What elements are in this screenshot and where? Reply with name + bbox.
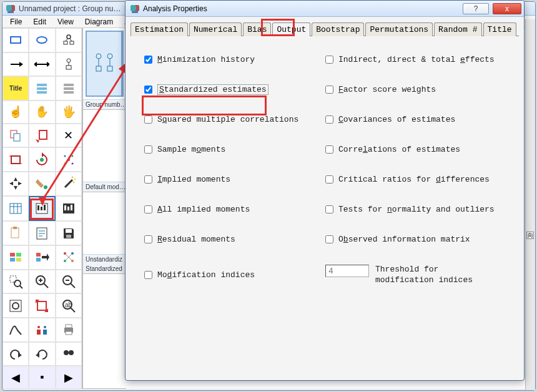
- toolbox-model-right[interactable]: ▶: [56, 366, 82, 389]
- panel-stack: Group numb… Default mod… Unstandardiz St…: [82, 28, 126, 389]
- tool-find-icon[interactable]: [56, 342, 82, 366]
- menu-file[interactable]: File: [5, 17, 27, 27]
- chk-correlations-estimates[interactable]: Correlations of estimates: [325, 145, 511, 154]
- dialog-titlebar[interactable]: Analysis Properties ? x: [126, 1, 524, 17]
- chk-factor-score-weights[interactable]: Factor score weights: [325, 85, 511, 94]
- tool-ellipse[interactable]: [29, 28, 55, 52]
- svg-point-92: [37, 326, 40, 328]
- chk-tests-normality[interactable]: Tests for normality and outliers: [325, 205, 511, 214]
- tab-numerical[interactable]: Numerical: [189, 22, 242, 36]
- tab-bias[interactable]: Bias: [243, 22, 271, 36]
- svg-rect-98: [66, 331, 72, 335]
- tool-copy-clipboard-icon[interactable]: [2, 221, 29, 245]
- chk-all-implied-moments[interactable]: All implied moments: [144, 205, 325, 214]
- tool-latent[interactable]: [56, 28, 82, 52]
- tool-analysis-properties[interactable]: [29, 196, 55, 222]
- tool-loupe-icon[interactable]: ab: [56, 293, 82, 318]
- chk-indirect-effects[interactable]: Indirect, direct & total effects: [325, 55, 511, 64]
- tab-title[interactable]: Title: [483, 22, 516, 36]
- tool-zoom-out-icon[interactable]: [56, 270, 82, 294]
- tool-move[interactable]: [29, 124, 55, 148]
- tool-deselect[interactable]: 🖐: [56, 100, 82, 124]
- svg-point-31: [64, 155, 66, 157]
- svg-rect-63: [16, 253, 21, 257]
- dialog-title: Analysis Properties: [143, 4, 207, 13]
- menu-diagram[interactable]: Diagram: [80, 17, 118, 27]
- scroll-marker-icon[interactable]: 向: [526, 232, 534, 239]
- svg-point-2: [67, 35, 71, 39]
- tool-select-one[interactable]: ☝: [2, 100, 29, 124]
- tool-shape-resize[interactable]: [2, 147, 29, 172]
- chk-critical-ratios[interactable]: Critical ratios for differences: [325, 175, 511, 184]
- tool-spray-icon[interactable]: [56, 147, 82, 172]
- chk-observed-information-matrix[interactable]: Observed information matrix: [325, 235, 511, 244]
- tool-title[interactable]: Title: [2, 76, 29, 100]
- svg-rect-41: [10, 203, 21, 213]
- tool-scroll[interactable]: [2, 172, 29, 196]
- menu-view[interactable]: View: [52, 17, 79, 27]
- tool-drag-props-icon[interactable]: [29, 245, 55, 270]
- dialog-help-button[interactable]: ?: [463, 3, 489, 14]
- tool-dataset-list-icon[interactable]: [56, 76, 82, 100]
- tool-bayesian-icon[interactable]: [2, 318, 29, 342]
- svg-rect-86: [37, 301, 46, 310]
- tool-spec-search-icon[interactable]: [56, 245, 82, 270]
- chk-residual-moments[interactable]: Residual moments: [144, 235, 325, 244]
- panel-models[interactable]: Default mod…: [83, 110, 126, 192]
- toolbox-model-left[interactable]: ◀: [2, 366, 29, 389]
- tool-rotate-icon[interactable]: [29, 147, 55, 172]
- svg-point-33: [64, 162, 66, 164]
- tool-print-icon[interactable]: [56, 318, 82, 342]
- svg-line-6: [70, 39, 72, 41]
- svg-point-75: [14, 280, 21, 287]
- toolbox-model-mid[interactable]: ▪: [29, 366, 55, 389]
- tab-bootstrap[interactable]: Bootstrap: [312, 22, 364, 36]
- tool-undo-icon[interactable]: [2, 342, 29, 366]
- threshold-input[interactable]: [325, 265, 369, 277]
- chk-minimization-history[interactable]: Minimization history: [144, 55, 325, 64]
- tool-data-file-icon[interactable]: [2, 196, 29, 222]
- tool-zoom-area-icon[interactable]: [2, 270, 29, 294]
- tool-delete[interactable]: ✕: [56, 124, 82, 148]
- tool-multigroup-icon[interactable]: [29, 318, 55, 342]
- tab-estimation[interactable]: Estimation: [131, 22, 188, 36]
- chk-squared-multiple-correlations[interactable]: Squared multiple correlations: [144, 115, 325, 124]
- chk-covariances-estimates[interactable]: Covariances of estimates: [325, 115, 511, 124]
- tool-text-output-icon[interactable]: [29, 221, 55, 245]
- svg-rect-22: [14, 134, 20, 141]
- tool-path-double[interactable]: [29, 52, 55, 77]
- tool-touch-up[interactable]: [29, 172, 55, 196]
- tool-redo-icon[interactable]: [29, 342, 55, 366]
- svg-rect-62: [10, 258, 15, 262]
- tool-rectangle[interactable]: [2, 28, 29, 52]
- tool-resize-fit-icon[interactable]: [29, 293, 55, 318]
- vertical-scrollbar[interactable]: 向: [525, 19, 535, 390]
- tool-calculate-icon[interactable]: [56, 196, 82, 222]
- menu-edit[interactable]: Edit: [28, 17, 51, 27]
- tool-zoom-in-icon[interactable]: [29, 270, 55, 294]
- tool-fit-page-icon[interactable]: [2, 293, 29, 318]
- chk-modification-indices[interactable]: Modification indices: [144, 270, 325, 280]
- chk-sample-moments[interactable]: Sample moments: [144, 145, 325, 154]
- tool-save-icon[interactable]: [56, 221, 82, 245]
- tool-wand-icon[interactable]: [56, 172, 82, 196]
- panel-estimates-label1: Unstandardiz: [83, 254, 126, 264]
- panel-groups[interactable]: Group numb…: [83, 28, 126, 110]
- chk-implied-moments[interactable]: Implied moments: [144, 175, 325, 184]
- panel-estimates[interactable]: Unstandardiz Standardized: [83, 192, 126, 274]
- tab-permutations[interactable]: Permutations: [365, 22, 433, 36]
- svg-rect-94: [37, 330, 41, 335]
- tool-select-all[interactable]: ✋: [29, 100, 55, 124]
- tool-object-props-icon[interactable]: [2, 245, 29, 270]
- svg-rect-84: [10, 300, 21, 311]
- svg-rect-65: [36, 253, 41, 257]
- dialog-close-button[interactable]: x: [493, 3, 521, 14]
- tab-output[interactable]: Output: [272, 22, 310, 36]
- chk-standardized-estimates[interactable]: Standardized estimates: [144, 85, 325, 94]
- tool-copy[interactable]: [2, 124, 29, 148]
- tool-error[interactable]: [56, 52, 82, 77]
- tool-path-single[interactable]: [2, 52, 29, 77]
- tool-variable-list-icon[interactable]: [29, 76, 55, 100]
- svg-rect-106: [96, 66, 101, 71]
- tab-random[interactable]: Random #: [434, 22, 481, 36]
